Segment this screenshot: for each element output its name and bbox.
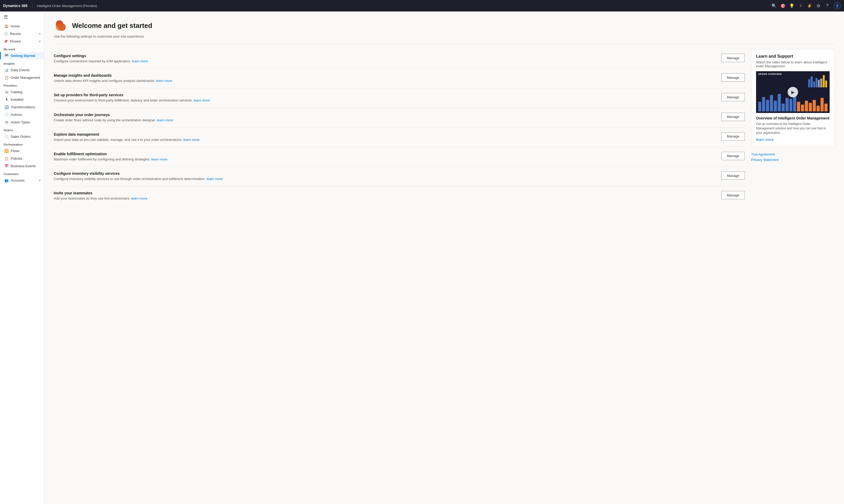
- video-bar: [781, 104, 785, 111]
- video-thumbnail[interactable]: ORDER OVERVIEW ▶: [756, 71, 830, 113]
- video-bar: [821, 98, 824, 111]
- target-icon[interactable]: 🎯: [780, 3, 786, 8]
- learn-link-orchestrate[interactable]: learn more: [157, 118, 173, 122]
- help-icon[interactable]: ?: [825, 3, 830, 8]
- sidebar-item-transformations[interactable]: 🔄 Transformations: [0, 103, 44, 111]
- video-overlay-bar: [815, 78, 817, 87]
- sidebar-label-order-management: Order Management: [11, 76, 40, 79]
- learn-link-configure-settings[interactable]: learn more: [132, 59, 148, 63]
- section-my-work: My work: [0, 45, 44, 52]
- video-bar: [762, 97, 765, 112]
- plus-icon[interactable]: ＋: [798, 3, 803, 8]
- section-providers: Providers: [0, 82, 44, 88]
- daily-events-icon: 📊: [4, 68, 8, 72]
- sidebar-item-policies[interactable]: 📋 Policies: [0, 155, 44, 162]
- learn-more-video-link[interactable]: learn more: [756, 138, 774, 142]
- user-avatar[interactable]: 👤: [833, 2, 841, 10]
- learn-link-fulfillment[interactable]: learn more: [151, 157, 168, 161]
- sidebar-label-accounts: Accounts: [11, 178, 24, 182]
- learn-card-title: Learn and Support: [756, 54, 830, 59]
- settings-icon[interactable]: ⚙: [816, 3, 821, 8]
- sidebar: ☰ 🏠 Home 🕐 Recent ▾ 📌 Pinned ▾ My work 🏁…: [0, 12, 45, 504]
- flows-icon: 🔀: [4, 149, 8, 153]
- learn-link-data-management[interactable]: learn more: [183, 138, 199, 142]
- main-content: Welcome and get started Use the followin…: [45, 12, 844, 504]
- sidebar-item-business-events[interactable]: 📅 Business Events: [0, 162, 44, 170]
- trial-agreement-link[interactable]: Trial Agreement: [751, 152, 834, 156]
- nav-icons: 🔍 🎯 💡 ＋ ⚡ ⚙ ? 👤: [771, 2, 841, 10]
- learn-link-inventory[interactable]: learn more: [207, 177, 223, 181]
- section-customers: Customers: [0, 170, 44, 177]
- sidebar-item-home[interactable]: 🏠 Home: [0, 22, 44, 30]
- task-desc-configure-settings: Configure connections required by IOM ap…: [54, 59, 717, 64]
- sidebar-item-sales-orders[interactable]: 📄 Sales Orders: [0, 133, 44, 140]
- sidebar-item-flows[interactable]: 🔀 Flows: [0, 147, 44, 155]
- sidebar-item-daily-events[interactable]: 📊 Daily Events: [0, 66, 44, 74]
- video-bar: [816, 106, 820, 111]
- video-bar: [824, 104, 828, 111]
- task-info-fulfillment: Enable fulfillment optimizationMaximize …: [54, 152, 717, 162]
- video-bar: [813, 100, 816, 111]
- video-play-button[interactable]: ▶: [788, 87, 798, 97]
- manage-btn-configure-settings[interactable]: Manage: [721, 54, 745, 62]
- sidebar-item-order-management[interactable]: 📋 Order Management: [0, 74, 44, 82]
- section-orchestration: Orchestration: [0, 140, 44, 147]
- sidebar-label-policies: Policies: [11, 157, 22, 160]
- sidebar-item-action-types[interactable]: 🗃 Action Types: [0, 119, 44, 126]
- sidebar-label-getting-started: Getting Started: [11, 54, 35, 58]
- section-insights: Insights: [0, 59, 44, 66]
- sidebar-item-installed[interactable]: ⬇ Installed: [0, 96, 44, 103]
- task-desc-fulfillment: Maximize order fulfillment by configurin…: [54, 157, 717, 162]
- task-title-data-management: Explore data management: [54, 132, 717, 137]
- video-overlay-label: ORDER OVERVIEW: [758, 73, 781, 75]
- task-info-manage-insights: Manage insights and dashboardsUnlock dat…: [54, 73, 717, 83]
- sidebar-label-pinned: Pinned: [10, 39, 20, 43]
- sidebar-item-pinned[interactable]: 📌 Pinned ▾: [0, 38, 44, 45]
- task-row-data-management: Explore data managementImport your data …: [54, 128, 745, 147]
- manage-btn-providers[interactable]: Manage: [721, 93, 745, 101]
- video-bar: [766, 100, 769, 111]
- sidebar-label-sales-orders: Sales Orders: [11, 134, 31, 139]
- app-title: Intelligent Order Management (Preview): [37, 4, 97, 8]
- sidebar-item-catalog[interactable]: 🗂 Catalog: [0, 88, 44, 96]
- external-links: Trial Agreement Privacy Statement: [751, 152, 834, 163]
- task-title-teammates: Invite your teammates: [54, 191, 717, 195]
- filter-icon[interactable]: ⚡: [807, 3, 812, 8]
- privacy-statement-link[interactable]: Privacy Statement: [751, 158, 834, 162]
- manage-btn-teammates[interactable]: Manage: [721, 191, 745, 199]
- manage-btn-fulfillment[interactable]: Manage: [721, 152, 745, 160]
- video-bar: [778, 94, 781, 111]
- accounts-icon: 👥: [4, 178, 8, 182]
- video-overlay-bar: [823, 75, 825, 87]
- task-desc-orchestrate: Create order flows without code by using…: [54, 118, 717, 123]
- sidebar-label-home: Home: [11, 24, 20, 28]
- sales-orders-icon: 📄: [4, 134, 8, 139]
- catalog-icon: 🗂: [4, 90, 8, 94]
- learn-link-teammates[interactable]: learn more: [131, 196, 147, 200]
- sidebar-item-recent[interactable]: 🕐 Recent ▾: [0, 30, 44, 38]
- manage-btn-orchestrate[interactable]: Manage: [721, 113, 745, 121]
- search-icon[interactable]: 🔍: [771, 3, 777, 8]
- video-bar: [758, 102, 761, 111]
- video-bar: [786, 98, 789, 111]
- video-overlay-bar: [818, 80, 820, 87]
- task-info-inventory: Configure inventory visibility servicesC…: [54, 172, 717, 181]
- top-navigation: Dynamics 365 | Intelligent Order Managem…: [0, 0, 844, 12]
- task-row-teammates: Invite your teammatesAdd your teammates …: [54, 186, 745, 205]
- video-bar: [770, 95, 773, 111]
- video-overlay-bar: [811, 76, 812, 87]
- recent-icon: 🕐: [4, 32, 8, 36]
- hamburger-menu[interactable]: ☰: [0, 12, 44, 22]
- task-desc-providers: Connect your environment to third-party …: [54, 98, 717, 103]
- app-body: ☰ 🏠 Home 🕐 Recent ▾ 📌 Pinned ▾ My work 🏁…: [0, 12, 844, 504]
- manage-btn-manage-insights[interactable]: Manage: [721, 73, 745, 82]
- learn-link-providers[interactable]: learn more: [194, 98, 210, 102]
- page-subtitle: Use the following settings to customize …: [54, 34, 834, 38]
- manage-btn-inventory[interactable]: Manage: [721, 172, 745, 180]
- manage-btn-data-management[interactable]: Manage: [721, 132, 745, 141]
- lightbulb-icon[interactable]: 💡: [789, 3, 794, 8]
- sidebar-item-accounts[interactable]: 👥 Accounts ▾: [0, 177, 44, 184]
- sidebar-item-getting-started[interactable]: 🏁 Getting Started: [0, 52, 44, 59]
- learn-link-manage-insights[interactable]: learn more: [156, 79, 172, 83]
- sidebar-item-actions[interactable]: 📄 Actions: [0, 111, 44, 119]
